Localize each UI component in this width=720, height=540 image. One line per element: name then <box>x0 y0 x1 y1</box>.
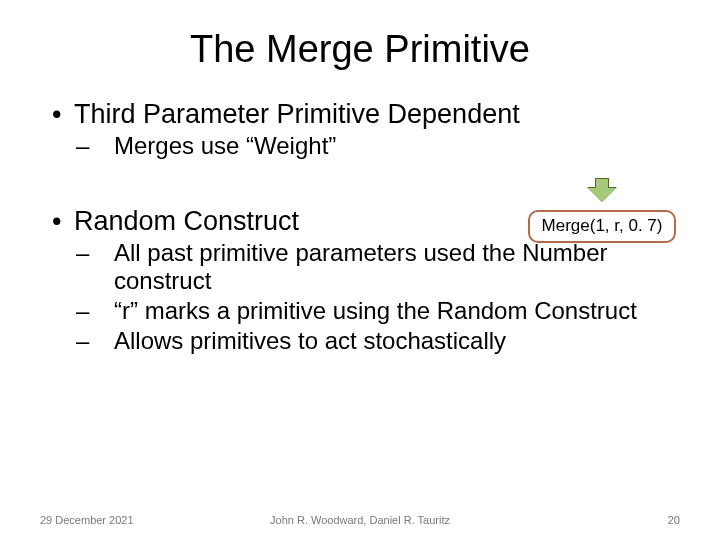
subbullet-text: Allows primitives to act stochastically <box>114 327 506 354</box>
subbullet-weight: Merges use “Weight” <box>96 132 680 160</box>
merge-callout-box: Merge(1, r, 0. 7) <box>528 210 677 243</box>
subbullet-stochastic: Allows primitives to act stochastically <box>96 327 680 355</box>
subbullet-text: All past primitive parameters used the N… <box>114 239 608 294</box>
subbullet-r-marks: “r” marks a primitive using the Random C… <box>96 297 680 325</box>
bullet-third-param: Third Parameter Primitive Dependent Merg… <box>52 99 680 160</box>
arrow-down-icon <box>588 178 616 202</box>
subbullet-text: “r” marks a primitive using the Random C… <box>114 297 637 324</box>
footer-authors: John R. Woodward, Daniel R. Tauritz <box>270 514 450 526</box>
slide-title: The Merge Primitive <box>40 28 680 71</box>
bullet-text: Third Parameter Primitive Dependent <box>74 99 520 129</box>
slide: The Merge Primitive Third Parameter Prim… <box>0 0 720 540</box>
callout-text: Merge(1, r, 0. 7) <box>542 216 663 235</box>
callout-group: Merge(1, r, 0. 7) <box>522 178 682 243</box>
subbullet-number-construct: All past primitive parameters used the N… <box>96 239 680 295</box>
slide-footer: 29 December 2021 John R. Woodward, Danie… <box>0 514 720 526</box>
footer-page-number: 20 <box>668 514 680 526</box>
subbullet-text: Merges use “Weight” <box>114 132 336 159</box>
bullet-text: Random Construct <box>74 206 299 236</box>
footer-date: 29 December 2021 <box>40 514 134 526</box>
